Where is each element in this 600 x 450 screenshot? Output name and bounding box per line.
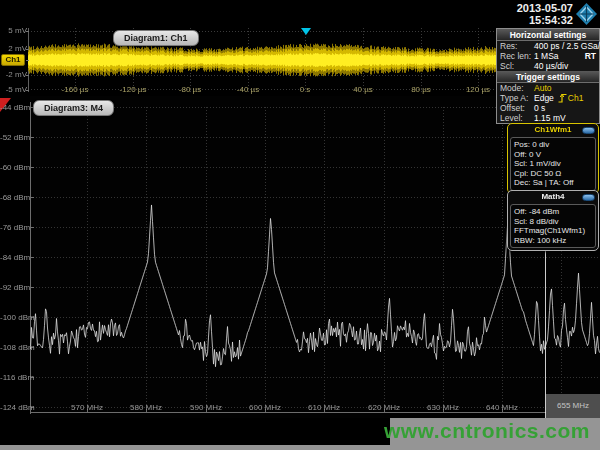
trigger-offset-row[interactable]: Offset: 0 s xyxy=(497,103,599,113)
axis-label: 0 s xyxy=(282,85,328,94)
right-frequency-label: 655 MHz xyxy=(557,401,589,410)
axis-label: -80 µs xyxy=(167,85,213,94)
axis-tick xyxy=(26,60,29,61)
right-frequency-readout: 655 MHz xyxy=(546,394,600,418)
mode-value: Auto xyxy=(534,83,552,93)
axis-label: -92 dBm xyxy=(0,283,27,292)
level-label: Level: xyxy=(500,113,534,123)
ch1wfm1-enable-toggle[interactable] xyxy=(582,127,595,134)
axis-label: -120 µs xyxy=(110,85,156,94)
axis-tick xyxy=(26,49,29,50)
watermark-text: www.cntronics.com xyxy=(384,419,590,443)
trigger-source-value: Ch1 xyxy=(568,93,584,103)
axis-tick xyxy=(26,90,29,91)
axis-label: 570 MHz xyxy=(64,403,110,412)
type-label: Type A: xyxy=(500,93,534,103)
ch1wfm1-scl: Scl: 1 mV/div xyxy=(514,159,592,169)
tab-diagram1[interactable]: Diagram1: Ch1 xyxy=(113,30,199,46)
axis-label: -160 µs xyxy=(52,85,98,94)
reclen-label: Rec len: xyxy=(500,51,534,61)
axis-label: -108 dBm xyxy=(0,343,27,352)
axis-label: -2 mV xyxy=(0,70,27,79)
scl-label: Scl: xyxy=(500,61,534,71)
axis-label: 120 µs xyxy=(455,85,501,94)
rising-edge-icon xyxy=(558,93,567,103)
math4-title: Math4 xyxy=(541,192,564,201)
math4-rbw: RBW: 100 kHz xyxy=(514,236,592,246)
tab-diagram3[interactable]: Diagram3: M4 xyxy=(33,100,114,116)
math4-enable-toggle[interactable] xyxy=(582,194,595,201)
axis-label: 630 MHz xyxy=(420,403,466,412)
trigger-mode-row[interactable]: Mode: Auto xyxy=(497,83,599,93)
axis-label: -84 dBm xyxy=(0,253,27,262)
channel-offset-marker-label: Ch1 xyxy=(5,55,20,64)
math4-scl: Scl: 8 dB/div xyxy=(514,217,592,227)
offset-value: 0 s xyxy=(534,103,545,113)
axis-label: 640 MHz xyxy=(479,403,525,412)
trigger-settings-title[interactable]: Trigger settings xyxy=(497,71,599,83)
offset-label: Offset: xyxy=(500,103,534,113)
axis-label: 80 µs xyxy=(398,85,444,94)
math4-signal-box[interactable]: Math4 Off: -84 dBm Scl: 8 dB/div FFTmag(… xyxy=(507,190,599,251)
settings-panel[interactable]: Horizontal settings Res: 400 ps / 2.5 GS… xyxy=(496,28,600,124)
type-value: Edge xyxy=(534,93,554,103)
axis-label: -60 dBm xyxy=(0,163,27,172)
axis-label: 5 mV xyxy=(0,26,27,35)
axis-tick xyxy=(26,31,29,32)
rohde-schwarz-logo xyxy=(576,3,597,25)
bottom-strip: www.cntronics.com xyxy=(0,418,600,450)
axis-label: 40 µs xyxy=(340,85,386,94)
axis-label: -68 dBm xyxy=(0,193,27,202)
oscilloscope-screen: 2013-05-07 15:54:32 Diagram1: Ch1 5 mV2 … xyxy=(0,0,600,450)
ch1wfm1-title: Ch1Wfm1 xyxy=(535,125,572,134)
record-length-row[interactable]: Rec len: 1 MSa RT xyxy=(497,51,599,61)
resolution-row[interactable]: Res: 400 ps / 2.5 GSa/s xyxy=(497,41,599,51)
tab-diagram1-label: Diagram1: Ch1 xyxy=(124,33,188,43)
ch1wfm1-details: Pos: 0 div Off: 0 V Scl: 1 mV/div Cpl: D… xyxy=(510,137,596,191)
ch1wfm1-pos: Pos: 0 div xyxy=(514,140,592,150)
axis-label: -116 dBm xyxy=(0,373,27,382)
horizontal-settings-title[interactable]: Horizontal settings xyxy=(497,29,599,41)
ch1wfm1-off: Off: 0 V xyxy=(514,150,592,160)
trigger-type-row[interactable]: Type A: Edge Ch1 xyxy=(497,93,599,103)
diagram1-waveform-area[interactable] xyxy=(28,28,496,92)
math4-expression: FFTmag(Ch1Wfm1) xyxy=(514,226,592,236)
math4-details: Off: -84 dBm Scl: 8 dB/div FFTmag(Ch1Wfm… xyxy=(510,204,596,248)
axis-label: -76 dBm xyxy=(0,223,27,232)
axis-label: -52 dBm xyxy=(0,133,27,142)
tab-diagram3-label: Diagram3: M4 xyxy=(44,103,103,113)
mode-label: Mode: xyxy=(500,83,534,93)
axis-tick xyxy=(26,75,29,76)
math4-off: Off: -84 dBm xyxy=(514,207,592,217)
res-value: 400 ps / 2.5 GSa/s xyxy=(534,41,600,51)
res-label: Res: xyxy=(500,41,534,51)
axis-label: 610 MHz xyxy=(301,403,347,412)
axis-label: -44 dBm xyxy=(0,103,27,112)
date-label: 2013-05-07 xyxy=(517,2,573,14)
channel-offset-marker[interactable]: Ch1 xyxy=(1,54,25,66)
axis-label: -40 µs xyxy=(225,85,271,94)
axis-label: 620 MHz xyxy=(361,403,407,412)
timescale-row[interactable]: Scl: 40 µs/div xyxy=(497,61,599,71)
ch1wfm1-dec: Dec: Sa | TA: Off xyxy=(514,178,592,188)
axis-label: 580 MHz xyxy=(123,403,169,412)
axis-label: 2 mV xyxy=(0,44,27,53)
level-value: 1.15 mV xyxy=(534,113,566,123)
trigger-position-marker-icon[interactable] xyxy=(301,28,311,35)
datetime: 2013-05-07 15:54:32 xyxy=(517,2,573,26)
ch1wfm1-signal-box[interactable]: Ch1Wfm1 Pos: 0 div Off: 0 V Scl: 1 mV/di… xyxy=(507,123,599,194)
trigger-level-row[interactable]: Level: 1.15 mV xyxy=(497,113,599,123)
axis-label: -5 mV xyxy=(0,85,27,94)
axis-label: 590 MHz xyxy=(183,403,229,412)
axis-label: -100 dBm xyxy=(0,313,27,322)
ch1wfm1-cpl: Cpl: DC 50 Ω xyxy=(514,169,592,179)
realtime-badge: RT xyxy=(585,51,596,61)
reclen-value: 1 MSa xyxy=(534,51,559,61)
scl-value: 40 µs/div xyxy=(534,61,568,71)
bottom-black-mask xyxy=(0,418,390,445)
axis-label: 600 MHz xyxy=(242,403,288,412)
axis-label: -124 dBm xyxy=(0,403,27,412)
time-label: 15:54:32 xyxy=(517,14,573,26)
